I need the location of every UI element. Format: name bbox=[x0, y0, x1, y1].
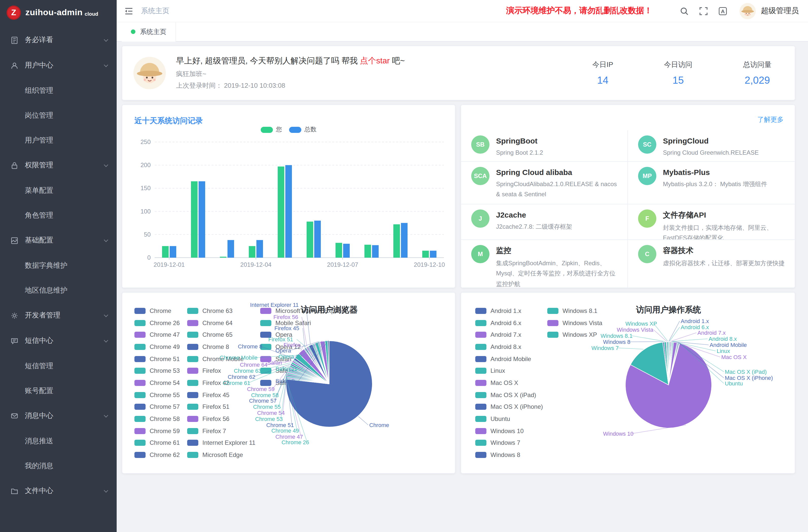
legend-swatch bbox=[134, 416, 146, 422]
legend-item[interactable]: Mac OS X bbox=[475, 377, 543, 389]
legend-item[interactable]: Chrome 64 bbox=[187, 317, 255, 329]
legend-item[interactable]: Chrome 26 bbox=[134, 317, 180, 329]
legend-item[interactable]: Chrome 57 bbox=[134, 401, 180, 413]
tech-item: F文件存储API封装文件接口，实现本地存储、阿里云、FastDFS存储的配置化 bbox=[628, 204, 795, 240]
chevron-down-icon bbox=[104, 163, 108, 167]
legend-item[interactable]: Windows Vista bbox=[547, 317, 602, 329]
sidebar-item-1[interactable]: 务必详看 bbox=[0, 27, 117, 53]
sidebar-item-8[interactable]: 文件中心 bbox=[0, 478, 117, 503]
sidebar-subitem[interactable]: 地区信息维护 bbox=[0, 278, 117, 303]
legend-item[interactable]: Windows 10 bbox=[475, 425, 543, 437]
sidebar-item-2[interactable]: 用户中心 bbox=[0, 53, 117, 78]
sidebar-fold-icon[interactable] bbox=[124, 6, 134, 16]
legend-item[interactable]: Microsoft Edge bbox=[187, 449, 255, 461]
legend-item[interactable]: Firefox 42 bbox=[187, 377, 255, 389]
legend-swatch bbox=[475, 392, 486, 398]
legend-item[interactable]: Mac OS X (iPhone) bbox=[475, 401, 543, 413]
sidebar-subitem[interactable]: 我的消息 bbox=[0, 453, 117, 478]
visit-stats: 今日IP14今日访问15总访问量2,029 bbox=[592, 60, 776, 86]
chevron-down-icon bbox=[104, 238, 108, 242]
legend-item[interactable]: Android 7.x bbox=[475, 329, 543, 341]
username[interactable]: 超级管理员 bbox=[761, 6, 799, 16]
sidebar-subitem[interactable]: 角色管理 bbox=[0, 203, 117, 228]
legend-item[interactable]: Windows 8.1 bbox=[547, 305, 602, 317]
os-pie-card: 访问用户操作系统 Android 1.xAndroid 6.xAndroid 7… bbox=[461, 292, 795, 474]
legend-item[interactable]: Chrome 47 bbox=[134, 329, 180, 341]
chevron-down-icon bbox=[104, 37, 108, 41]
chevron-down-icon bbox=[104, 62, 108, 67]
search-icon[interactable] bbox=[679, 6, 689, 16]
bar-您-2019-12-09 bbox=[393, 224, 400, 258]
app-logo[interactable]: Z zuihou-admin cloud bbox=[0, 0, 117, 25]
sidebar-item-6[interactable]: 短信中心 bbox=[0, 328, 117, 353]
legend-item[interactable]: Android 8.x bbox=[475, 341, 543, 353]
legend-item[interactable]: Android 6.x bbox=[475, 317, 543, 329]
legend-item[interactable]: Mac OS X (iPad) bbox=[475, 389, 543, 401]
legend-item[interactable]: Firefox 51 bbox=[187, 401, 255, 413]
gear-icon bbox=[10, 311, 19, 320]
base-icon bbox=[10, 236, 19, 245]
legend-item[interactable]: Chrome 51 bbox=[134, 353, 180, 365]
sidebar-subitem[interactable]: 组织管理 bbox=[0, 78, 117, 103]
sidebar-item-4[interactable]: 基础配置 bbox=[0, 228, 117, 253]
legend-item[interactable]: Chrome 59 bbox=[134, 425, 180, 437]
user-avatar[interactable] bbox=[739, 3, 756, 19]
legend-item[interactable]: Chrome 63 bbox=[187, 305, 255, 317]
legend-swatch bbox=[187, 404, 198, 410]
sidebar-subitem[interactable]: 账号配置 bbox=[0, 378, 117, 403]
tech-title: SpringCloud bbox=[663, 136, 759, 145]
legend-item[interactable]: Windows 7 bbox=[475, 437, 543, 449]
browser-pie-card: 访问用户浏览器 ChromeChrome 26Chrome 47Chrome 4… bbox=[122, 292, 456, 474]
legend-item[interactable]: Linux bbox=[475, 365, 543, 377]
tech-desc: 虚拟化容器技术，让迁移、部署更加方便快捷 bbox=[663, 258, 785, 269]
pie-legend-column: Android 1.xAndroid 6.xAndroid 7.xAndroid… bbox=[475, 305, 543, 461]
user-motto: 疯狂加班~ bbox=[176, 70, 405, 79]
legend-swatch bbox=[475, 356, 486, 362]
legend-item[interactable]: Chrome 62 bbox=[134, 449, 180, 461]
legend-item[interactable]: Windows XP bbox=[547, 329, 602, 341]
sidebar-subitem[interactable]: 数据字典维护 bbox=[0, 253, 117, 278]
sidebar-subitem[interactable]: 用户管理 bbox=[0, 128, 117, 153]
legend-item[interactable]: Windows 8 bbox=[475, 449, 543, 461]
sidebar-item-7[interactable]: 消息中心 bbox=[0, 403, 117, 428]
tech-desc: Mybatis-plus 3.2.0： Mybatis 增强组件 bbox=[663, 179, 767, 189]
legend-item[interactable]: Firefox 56 bbox=[187, 413, 255, 425]
legend-item[interactable]: Chrome bbox=[134, 305, 180, 317]
legend-item[interactable]: Firefox 45 bbox=[187, 389, 255, 401]
legend-item[interactable]: Firefox 7 bbox=[187, 425, 255, 437]
fullscreen-icon[interactable] bbox=[698, 6, 709, 16]
legend-item[interactable]: Ubuntu bbox=[475, 413, 543, 425]
legend-swatch bbox=[134, 452, 146, 458]
main-area: 系统主页 演示环境维护不易，请勿乱删乱改数据！ A 超级管理员 系统主页 bbox=[117, 0, 808, 532]
bar-总数-2019-12-08 bbox=[372, 245, 379, 258]
sidebar-subitem[interactable]: 菜单配置 bbox=[0, 178, 117, 203]
legend-swatch bbox=[187, 428, 198, 434]
learn-more-link[interactable]: 了解更多 bbox=[757, 115, 784, 124]
font-size-icon[interactable]: A bbox=[718, 6, 728, 16]
legend-item[interactable]: Chrome 65 bbox=[187, 329, 255, 341]
legend-item[interactable]: Chrome 8 bbox=[187, 341, 255, 353]
legend-swatch bbox=[134, 440, 146, 446]
legend-item[interactable]: Chrome 54 bbox=[134, 377, 180, 389]
legend-item[interactable]: Chrome 61 bbox=[134, 437, 180, 449]
tab-home[interactable]: 系统主页 bbox=[122, 22, 176, 41]
sidebar-subitem[interactable]: 消息推送 bbox=[0, 428, 117, 453]
sidebar-subitem[interactable]: 岗位管理 bbox=[0, 103, 117, 128]
legend-item[interactable]: Chrome 58 bbox=[134, 413, 180, 425]
legend-item[interactable]: Chrome 53 bbox=[134, 365, 180, 377]
sidebar-subitem[interactable]: 短信管理 bbox=[0, 353, 117, 378]
svg-text:200: 200 bbox=[141, 162, 151, 168]
tech-title: J2cache bbox=[496, 210, 572, 219]
legend-item[interactable]: Internet Explorer 11 bbox=[187, 437, 255, 449]
legend-item[interactable]: Chrome Mobile bbox=[187, 353, 255, 365]
legend-item[interactable]: Chrome 55 bbox=[134, 389, 180, 401]
sidebar-item-3[interactable]: 权限管理 bbox=[0, 153, 117, 178]
legend-swatch bbox=[134, 428, 146, 434]
legend-item[interactable]: Firefox bbox=[187, 365, 255, 377]
legend-item[interactable]: Android Mobile bbox=[475, 353, 543, 365]
legend-item[interactable]: Chrome 49 bbox=[134, 341, 180, 353]
star-link[interactable]: 点个star bbox=[360, 56, 389, 65]
sidebar-item-5[interactable]: 开发者管理 bbox=[0, 303, 117, 328]
tech-item: SBSpringBootSpring Boot 2.1.2 bbox=[461, 130, 628, 162]
legend-item[interactable]: Android 1.x bbox=[475, 305, 543, 317]
